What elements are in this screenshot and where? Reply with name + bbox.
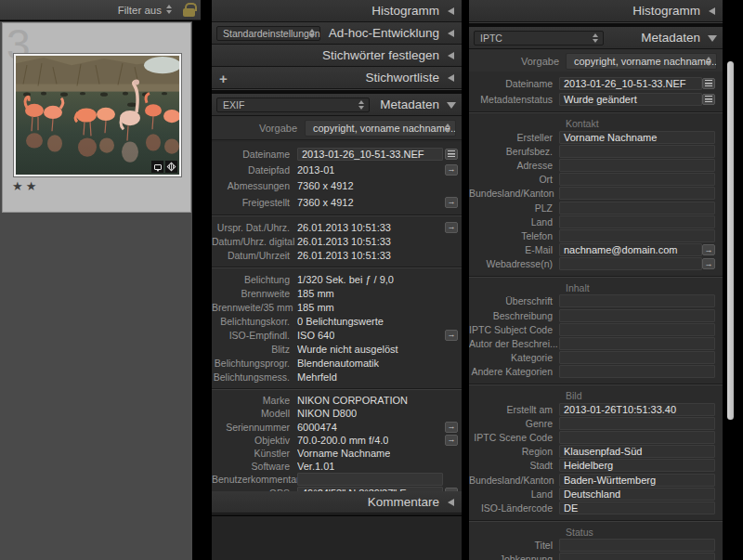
action-arrow-icon[interactable]: →: [445, 197, 458, 208]
metadata-panel-header[interactable]: EXIF Metadaten: [212, 94, 462, 116]
metadata-row: Land: [469, 215, 723, 228]
field-value-box[interactable]: Wurde geändert: [559, 93, 702, 106]
menu-icon[interactable]: [445, 149, 458, 160]
develop-badge-icon[interactable]: [165, 161, 177, 173]
metadata-row: Belichtungsmess.Mehrfeld: [212, 370, 462, 384]
metadata-preset-dropdown[interactable]: copyright, vorname nachname...: [305, 120, 456, 137]
field-label: Beschreibung: [469, 310, 559, 321]
keywording-panel-header[interactable]: Stichwörter festlegen: [212, 45, 462, 67]
field-value: Ver.1.01: [297, 461, 334, 472]
quick-develop-preset-dropdown[interactable]: Standardeinstellungen: [216, 26, 320, 41]
action-arrow-icon[interactable]: →: [445, 435, 458, 446]
field-value-box[interactable]: Vorname Nachname: [559, 131, 715, 144]
metadata-title: Metadaten: [380, 98, 439, 111]
add-keyword-button[interactable]: +: [219, 71, 228, 86]
field-value-box[interactable]: DE: [559, 501, 715, 514]
spinner-icon: [592, 33, 600, 44]
lock-icon[interactable]: [183, 8, 195, 17]
field-value-box[interactable]: [559, 351, 715, 364]
field-value-box[interactable]: [559, 365, 715, 378]
field-label: Andere Kategorien: [469, 366, 559, 377]
field-value-box[interactable]: [559, 257, 702, 270]
metadata-row: Dateiname2013-01-26_10-51-33.NEF: [469, 75, 723, 91]
metadata-view-dropdown[interactable]: IPTC: [474, 31, 604, 46]
grid-cell-selected[interactable]: 3: [2, 22, 191, 213]
field-value-box[interactable]: [559, 431, 715, 444]
field-value-box[interactable]: [559, 553, 715, 560]
histogram-title: Histogramm: [632, 4, 700, 18]
field-value: 26.01.2013 10:51:33: [297, 236, 391, 247]
field-value-box[interactable]: Deutschland: [559, 488, 715, 501]
filter-spinner-icon[interactable]: [165, 5, 174, 15]
metadata-preset-dropdown[interactable]: copyright, vorname nachname...: [566, 53, 717, 70]
quick-develop-panel-header[interactable]: Standardeinstellungen Ad-hoc-Entwicklung: [212, 22, 462, 45]
field-value: Wurde nicht ausgelöst: [297, 344, 398, 355]
field-value-box[interactable]: [559, 417, 715, 430]
metadata-view-dropdown[interactable]: EXIF: [216, 98, 370, 112]
keyword-badge-icon[interactable]: [151, 161, 163, 173]
field-value-box[interactable]: [297, 473, 443, 486]
field-label: Metadatenstatus: [469, 94, 559, 105]
menu-icon[interactable]: [702, 94, 715, 105]
action-arrow-icon[interactable]: →: [445, 164, 458, 176]
field-label: Urspr. Dat./Uhrz.: [212, 222, 297, 233]
metadata-row: Kategorie: [469, 351, 723, 365]
section-heading: Inhalt: [469, 281, 723, 294]
metadata-row: ErstellerVorname Nachname: [469, 130, 723, 144]
field-value-box[interactable]: [559, 173, 715, 186]
action-arrow-icon[interactable]: →: [445, 330, 458, 341]
field-value-box[interactable]: Heidelberg: [559, 459, 715, 472]
action-arrow-icon[interactable]: →: [702, 258, 715, 269]
action-arrow-icon[interactable]: →: [702, 244, 715, 255]
field-value-box[interactable]: [559, 187, 715, 200]
histogram-panel-header[interactable]: Histogramm: [469, 0, 723, 22]
metadata-preset-row: Vorgabe copyright, vorname nachname...: [469, 49, 723, 73]
field-label: Abmessungen: [212, 180, 297, 191]
histogram-title: Histogramm: [372, 4, 439, 18]
field-value-box[interactable]: [559, 145, 715, 158]
metadata-row: StadtHeidelberg: [469, 459, 723, 473]
field-value-box[interactable]: 2013-01-26_10-51-33.NEF: [559, 77, 702, 90]
action-arrow-icon[interactable]: →: [445, 422, 458, 433]
field-label: Titel: [469, 540, 559, 551]
field-value-box[interactable]: 2013-01-26_10-51-33.NEF: [297, 148, 443, 161]
keywordlist-panel-header[interactable]: + Stichwortliste: [212, 67, 462, 89]
scrollbar-track[interactable]: [723, 0, 743, 560]
scrollbar-thumb[interactable]: [727, 61, 734, 420]
field-value-box[interactable]: [559, 294, 715, 307]
metadata-panel-header[interactable]: IPTC Metadaten: [469, 27, 723, 49]
filter-dropdown-label[interactable]: Filter aus: [118, 5, 162, 16]
menu-icon[interactable]: [702, 78, 715, 89]
field-value-box[interactable]: [559, 337, 715, 350]
iptc-section: StatusTitelJobkennungAnweisungen: [469, 526, 723, 560]
field-label: Belichtungsprogr.: [212, 358, 297, 369]
metadata-row: Überschrift: [469, 294, 723, 308]
field-value-box[interactable]: nachname@domain.com: [559, 243, 702, 256]
field-value: ISO 640: [297, 330, 334, 341]
photo-thumbnail[interactable]: [13, 53, 182, 177]
spinner-icon: [358, 100, 366, 111]
comments-panel-header[interactable]: Kommentare: [212, 491, 462, 514]
histogram-panel-header[interactable]: Histogramm: [212, 0, 462, 22]
metadata-row: Datum/Uhrzeit26.01.2013 10:51:33: [212, 248, 462, 262]
field-label: Überschrift: [469, 295, 559, 306]
metadata-row: Brennweite185 mm: [212, 286, 462, 300]
field-value-box[interactable]: Baden-Württemberg: [559, 474, 715, 487]
star-rating[interactable]: ★★: [12, 179, 39, 193]
grid-background: 3: [0, 21, 192, 560]
metadata-row: Belichtungsprogr.Blendenautomatik: [212, 356, 462, 370]
field-label: Dateiname: [212, 149, 297, 160]
action-arrow-icon[interactable]: →: [445, 222, 458, 233]
field-value-box[interactable]: [559, 229, 715, 242]
field-value: Vorname Nachname: [297, 448, 390, 459]
field-value-box[interactable]: [559, 215, 715, 228]
field-value-box[interactable]: [559, 309, 715, 322]
field-value-box[interactable]: [559, 539, 715, 552]
field-value-box[interactable]: Klausenpfad-Süd: [559, 445, 715, 458]
field-value-box[interactable]: 2013-01-26T10:51:33.40: [559, 403, 715, 416]
field-value-box[interactable]: [559, 323, 715, 336]
metadata-row: Beschreibung: [469, 308, 723, 322]
field-value-box[interactable]: [559, 202, 715, 215]
metadata-row: ISO-LändercodeDE: [469, 501, 723, 514]
field-value-box[interactable]: [559, 159, 715, 172]
